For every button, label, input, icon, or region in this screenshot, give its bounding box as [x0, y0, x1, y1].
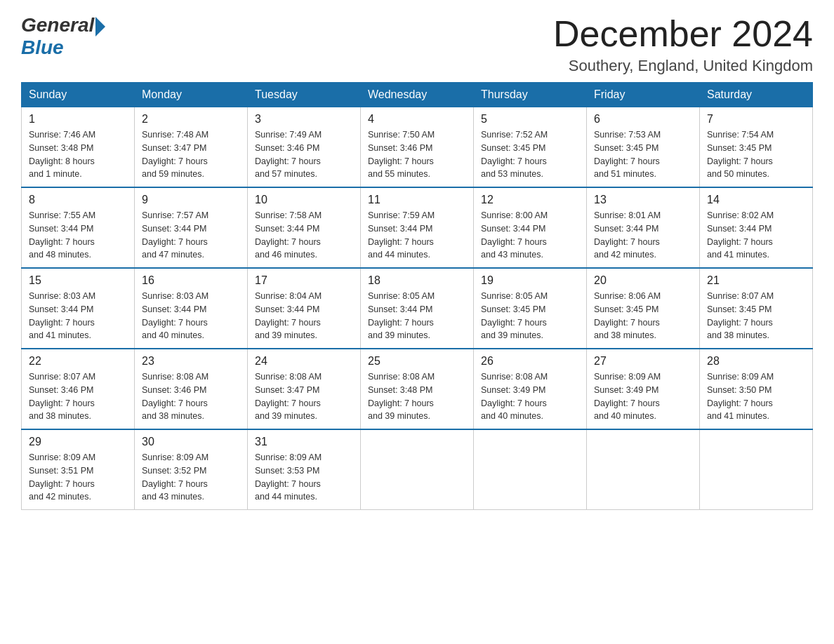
day-info: Sunrise: 8:09 AMSunset: 3:53 PMDaylight:… [255, 451, 353, 504]
day-info: Sunrise: 7:48 AMSunset: 3:47 PMDaylight:… [142, 128, 240, 181]
day-info: Sunrise: 7:59 AMSunset: 3:44 PMDaylight:… [368, 209, 466, 262]
weekday-header-monday: Monday [135, 83, 248, 107]
calendar-day-cell: 24 Sunrise: 8:08 AMSunset: 3:47 PMDaylig… [248, 349, 361, 429]
calendar-week-row: 15 Sunrise: 8:03 AMSunset: 3:44 PMDaylig… [22, 268, 813, 349]
weekday-header-friday: Friday [587, 83, 700, 107]
calendar-day-cell: 9 Sunrise: 7:57 AMSunset: 3:44 PMDayligh… [135, 187, 248, 268]
day-number: 20 [594, 274, 692, 287]
day-info: Sunrise: 8:08 AMSunset: 3:48 PMDaylight:… [368, 370, 466, 423]
day-info: Sunrise: 7:58 AMSunset: 3:44 PMDaylight:… [255, 209, 353, 262]
calendar-day-cell [587, 429, 700, 510]
day-number: 9 [142, 194, 240, 206]
title-block: December 2024 Southery, England, United … [553, 14, 813, 75]
calendar-day-cell: 23 Sunrise: 8:08 AMSunset: 3:46 PMDaylig… [135, 349, 248, 429]
page-header: General Blue December 2024 Southery, Eng… [21, 14, 813, 75]
weekday-header-row: SundayMondayTuesdayWednesdayThursdayFrid… [22, 83, 813, 107]
calendar-day-cell: 13 Sunrise: 8:01 AMSunset: 3:44 PMDaylig… [587, 187, 700, 268]
day-number: 29 [29, 436, 127, 448]
logo-arrow-icon [95, 17, 105, 36]
logo-general-text: General [21, 14, 94, 36]
calendar-day-cell: 25 Sunrise: 8:08 AMSunset: 3:48 PMDaylig… [361, 349, 474, 429]
calendar-day-cell: 29 Sunrise: 8:09 AMSunset: 3:51 PMDaylig… [22, 429, 135, 510]
calendar-day-cell: 28 Sunrise: 8:09 AMSunset: 3:50 PMDaylig… [700, 349, 813, 429]
day-info: Sunrise: 8:06 AMSunset: 3:45 PMDaylight:… [594, 290, 692, 342]
day-number: 6 [594, 113, 692, 126]
calendar-day-cell: 20 Sunrise: 8:06 AMSunset: 3:45 PMDaylig… [587, 268, 700, 349]
day-number: 13 [594, 194, 692, 206]
calendar-week-row: 22 Sunrise: 8:07 AMSunset: 3:46 PMDaylig… [22, 349, 813, 429]
calendar-day-cell: 6 Sunrise: 7:53 AMSunset: 3:45 PMDayligh… [587, 107, 700, 188]
day-info: Sunrise: 8:09 AMSunset: 3:51 PMDaylight:… [29, 451, 127, 504]
day-number: 3 [255, 113, 353, 126]
calendar-day-cell [700, 429, 813, 510]
calendar-day-cell [361, 429, 474, 510]
day-number: 27 [594, 355, 692, 368]
day-number: 8 [29, 194, 127, 206]
day-number: 14 [707, 194, 805, 206]
calendar-day-cell: 30 Sunrise: 8:09 AMSunset: 3:52 PMDaylig… [135, 429, 248, 510]
calendar-day-cell: 15 Sunrise: 8:03 AMSunset: 3:44 PMDaylig… [22, 268, 135, 349]
day-number: 5 [481, 113, 579, 126]
weekday-header-thursday: Thursday [474, 83, 587, 107]
day-number: 1 [29, 113, 127, 126]
day-number: 19 [481, 274, 579, 287]
calendar-day-cell: 8 Sunrise: 7:55 AMSunset: 3:44 PMDayligh… [22, 187, 135, 268]
day-number: 7 [707, 113, 805, 126]
day-number: 21 [707, 274, 805, 287]
day-info: Sunrise: 7:57 AMSunset: 3:44 PMDaylight:… [142, 209, 240, 262]
day-number: 12 [481, 194, 579, 206]
day-info: Sunrise: 8:07 AMSunset: 3:46 PMDaylight:… [29, 370, 127, 423]
day-info: Sunrise: 8:09 AMSunset: 3:50 PMDaylight:… [707, 370, 805, 423]
calendar-day-cell [474, 429, 587, 510]
calendar-day-cell: 10 Sunrise: 7:58 AMSunset: 3:44 PMDaylig… [248, 187, 361, 268]
day-info: Sunrise: 7:50 AMSunset: 3:46 PMDaylight:… [368, 128, 466, 181]
location-text: Southery, England, United Kingdom [553, 57, 813, 75]
day-number: 26 [481, 355, 579, 368]
weekday-header-saturday: Saturday [700, 83, 813, 107]
calendar-day-cell: 11 Sunrise: 7:59 AMSunset: 3:44 PMDaylig… [361, 187, 474, 268]
calendar-day-cell: 2 Sunrise: 7:48 AMSunset: 3:47 PMDayligh… [135, 107, 248, 188]
day-number: 18 [368, 274, 466, 287]
calendar-week-row: 8 Sunrise: 7:55 AMSunset: 3:44 PMDayligh… [22, 187, 813, 268]
day-info: Sunrise: 7:46 AMSunset: 3:48 PMDaylight:… [29, 128, 127, 181]
calendar-day-cell: 3 Sunrise: 7:49 AMSunset: 3:46 PMDayligh… [248, 107, 361, 188]
calendar-day-cell: 12 Sunrise: 8:00 AMSunset: 3:44 PMDaylig… [474, 187, 587, 268]
day-number: 11 [368, 194, 466, 206]
day-info: Sunrise: 8:02 AMSunset: 3:44 PMDaylight:… [707, 209, 805, 262]
day-info: Sunrise: 8:01 AMSunset: 3:44 PMDaylight:… [594, 209, 692, 262]
day-number: 28 [707, 355, 805, 368]
calendar-day-cell: 5 Sunrise: 7:52 AMSunset: 3:45 PMDayligh… [474, 107, 587, 188]
day-number: 22 [29, 355, 127, 368]
calendar-day-cell: 18 Sunrise: 8:05 AMSunset: 3:44 PMDaylig… [361, 268, 474, 349]
calendar-week-row: 29 Sunrise: 8:09 AMSunset: 3:51 PMDaylig… [22, 429, 813, 510]
day-info: Sunrise: 7:52 AMSunset: 3:45 PMDaylight:… [481, 128, 579, 181]
day-info: Sunrise: 8:08 AMSunset: 3:46 PMDaylight:… [142, 370, 240, 423]
day-info: Sunrise: 8:03 AMSunset: 3:44 PMDaylight:… [29, 290, 127, 342]
day-number: 4 [368, 113, 466, 126]
day-info: Sunrise: 8:08 AMSunset: 3:47 PMDaylight:… [255, 370, 353, 423]
day-info: Sunrise: 8:07 AMSunset: 3:45 PMDaylight:… [707, 290, 805, 342]
calendar-day-cell: 1 Sunrise: 7:46 AMSunset: 3:48 PMDayligh… [22, 107, 135, 188]
day-number: 2 [142, 113, 240, 126]
weekday-header-wednesday: Wednesday [361, 83, 474, 107]
calendar-week-row: 1 Sunrise: 7:46 AMSunset: 3:48 PMDayligh… [22, 107, 813, 188]
calendar-day-cell: 14 Sunrise: 8:02 AMSunset: 3:44 PMDaylig… [700, 187, 813, 268]
calendar-table: SundayMondayTuesdayWednesdayThursdayFrid… [21, 82, 813, 510]
calendar-day-cell: 31 Sunrise: 8:09 AMSunset: 3:53 PMDaylig… [248, 429, 361, 510]
day-number: 25 [368, 355, 466, 368]
weekday-header-tuesday: Tuesday [248, 83, 361, 107]
day-number: 23 [142, 355, 240, 368]
day-info: Sunrise: 7:49 AMSunset: 3:46 PMDaylight:… [255, 128, 353, 181]
day-info: Sunrise: 7:54 AMSunset: 3:45 PMDaylight:… [707, 128, 805, 181]
day-info: Sunrise: 8:05 AMSunset: 3:44 PMDaylight:… [368, 290, 466, 342]
logo: General Blue [21, 14, 105, 59]
calendar-day-cell: 16 Sunrise: 8:03 AMSunset: 3:44 PMDaylig… [135, 268, 248, 349]
calendar-day-cell: 17 Sunrise: 8:04 AMSunset: 3:44 PMDaylig… [248, 268, 361, 349]
day-number: 17 [255, 274, 353, 287]
weekday-header-sunday: Sunday [22, 83, 135, 107]
day-number: 10 [255, 194, 353, 206]
logo-blue-text: Blue [21, 36, 64, 59]
calendar-day-cell: 7 Sunrise: 7:54 AMSunset: 3:45 PMDayligh… [700, 107, 813, 188]
day-info: Sunrise: 8:08 AMSunset: 3:49 PMDaylight:… [481, 370, 579, 423]
day-info: Sunrise: 8:00 AMSunset: 3:44 PMDaylight:… [481, 209, 579, 262]
